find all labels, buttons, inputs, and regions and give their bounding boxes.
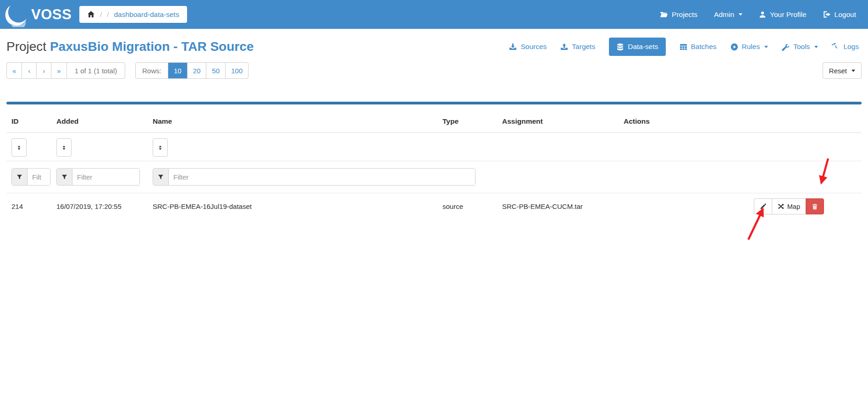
breadcrumb-current[interactable]: dashboard-data-sets [114, 11, 179, 19]
filter-icon [153, 169, 169, 185]
nav-logout-label: Logout [835, 11, 856, 19]
nav-projects-label: Projects [672, 11, 697, 19]
tab-sources[interactable]: Sources [509, 43, 547, 51]
tab-logs[interactable]: Logs [832, 43, 859, 51]
table-icon [680, 43, 687, 51]
next-page-button[interactable]: › [36, 63, 51, 78]
column-header-id[interactable]: ID [6, 104, 51, 133]
pencil-icon [760, 203, 766, 210]
user-icon [759, 11, 766, 18]
row-id-cell: 214 [6, 193, 51, 221]
nav-projects[interactable]: Projects [660, 11, 697, 19]
home-icon[interactable] [87, 11, 95, 18]
row-actions-cell: Map [619, 193, 862, 221]
tab-data-sets-label: Data-sets [628, 43, 658, 51]
brand-name: VOSS [31, 6, 72, 23]
wrench-icon [782, 43, 790, 51]
page-header: Project PaxusBio Migration - TAR Source … [0, 37, 868, 57]
voss-logo-icon [5, 3, 28, 27]
pagination-group: « ‹ › » 1 of 1 (1 total) [6, 62, 125, 79]
project-name: PaxusBio Migration - TAR Source [50, 39, 254, 54]
tab-data-sets[interactable]: Data-sets [609, 38, 665, 56]
tab-tools-label: Tools [793, 43, 810, 51]
caret-down-icon [851, 70, 855, 72]
column-header-name[interactable]: Name [148, 104, 437, 133]
tab-rules-label: Rules [742, 43, 760, 51]
tab-bar: Sources Targets Data-sets Batches Rules [509, 38, 859, 56]
page-title: Project PaxusBio Migration - TAR Source [6, 39, 254, 54]
rows-option-100[interactable]: 100 [225, 63, 248, 78]
rows-option-10[interactable]: 10 [168, 63, 187, 78]
page-title-prefix: Project [6, 39, 46, 54]
caret-down-icon [764, 46, 768, 48]
tab-targets[interactable]: Targets [560, 43, 595, 51]
map-button-label: Map [787, 203, 800, 210]
tab-logs-label: Logs [843, 43, 859, 51]
edit-button[interactable] [754, 198, 772, 214]
delete-button[interactable] [806, 198, 824, 214]
row-assignment-cell: SRC-PB-EMEA-CUCM.tar [497, 193, 619, 221]
sort-icon [16, 145, 22, 151]
map-button[interactable]: Map [772, 198, 806, 214]
name-filter-input[interactable] [169, 169, 475, 185]
name-filter-group [153, 168, 475, 186]
toolbar: « ‹ › » 1 of 1 (1 total) Rows: 10 20 50 … [0, 62, 868, 79]
row-actions-group: Map [754, 198, 824, 214]
reset-button-label: Reset [829, 67, 847, 75]
tab-batches[interactable]: Batches [680, 43, 717, 51]
tab-tools[interactable]: Tools [782, 43, 818, 51]
database-icon [616, 43, 624, 51]
tab-batches-label: Batches [691, 43, 717, 51]
rows-label: Rows: [136, 63, 168, 78]
rows-option-20[interactable]: 20 [187, 63, 206, 78]
shuffle-icon [778, 203, 785, 210]
column-header-added[interactable]: Added [51, 104, 148, 133]
caret-down-icon [814, 46, 818, 48]
filter-icon [57, 169, 72, 185]
nav-your-profile-label: Your Profile [770, 11, 807, 19]
column-header-assignment[interactable]: Assignment [497, 104, 619, 133]
nav-admin[interactable]: Admin [714, 11, 742, 19]
breadcrumb-separator: / [107, 11, 109, 18]
history-icon [832, 43, 840, 51]
sort-icon [157, 145, 163, 151]
nav-your-profile[interactable]: Your Profile [759, 11, 807, 19]
nav-logout[interactable]: Logout [823, 11, 856, 19]
nav-admin-label: Admin [714, 11, 734, 19]
download-icon [509, 43, 517, 51]
page-info: 1 of 1 (1 total) [66, 63, 125, 78]
row-type-cell: source [437, 193, 497, 221]
tab-rules[interactable]: Rules [730, 43, 768, 51]
column-header-type[interactable]: Type [437, 104, 497, 133]
reset-button[interactable]: Reset [823, 62, 862, 79]
play-circle-icon [730, 43, 738, 51]
sort-id-button[interactable] [11, 138, 27, 157]
brand[interactable]: VOSS [5, 2, 72, 27]
logout-icon [823, 11, 831, 18]
column-header-actions: Actions [619, 104, 862, 133]
id-filter-input[interactable] [28, 169, 50, 185]
datasets-table: ID Added Name Type Assignment Actions [6, 102, 862, 221]
breadcrumb: / / dashboard-data-sets [79, 6, 187, 23]
last-page-button[interactable]: » [51, 63, 66, 78]
first-page-button[interactable]: « [7, 63, 22, 78]
row-added-cell: 16/07/2019, 17:20:55 [51, 193, 148, 221]
folder-open-icon [660, 11, 668, 19]
filter-icon [12, 169, 28, 185]
breadcrumb-separator: / [100, 11, 102, 18]
sort-name-button[interactable] [153, 138, 168, 157]
added-filter-input[interactable] [72, 169, 139, 185]
prev-page-button[interactable]: ‹ [22, 63, 36, 78]
rows-option-50[interactable]: 50 [206, 63, 225, 78]
top-navbar: VOSS / / dashboard-data-sets Projects Ad… [0, 0, 868, 29]
sort-icon [61, 145, 67, 151]
row-name-cell: SRC-PB-EMEA-16Jul19-dataset [148, 193, 437, 221]
caret-down-icon [739, 13, 742, 16]
sort-added-button[interactable] [56, 138, 72, 157]
added-filter-group [56, 168, 140, 186]
trash-icon [812, 203, 818, 210]
tab-targets-label: Targets [572, 43, 595, 51]
rows-per-page-group: Rows: 10 20 50 100 [135, 62, 249, 79]
navbar-right: Projects Admin Your Profile Logout [660, 11, 856, 19]
upload-icon [560, 43, 568, 51]
